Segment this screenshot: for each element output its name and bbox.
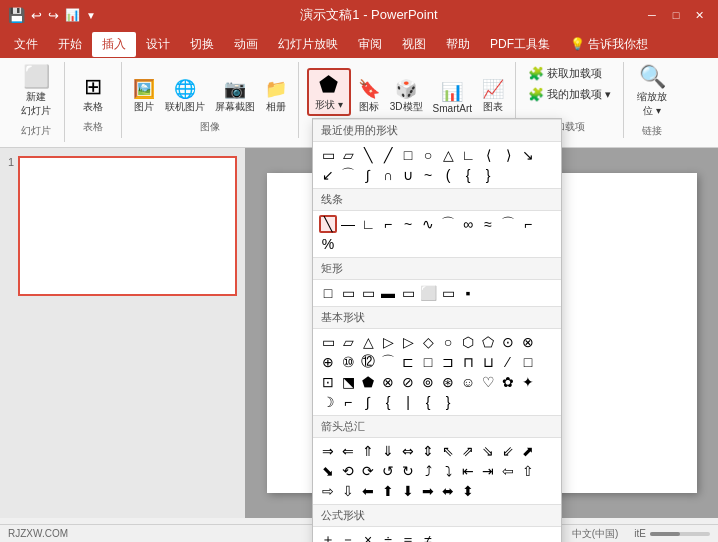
- redo-icon[interactable]: ↪: [48, 8, 59, 23]
- shape-r3[interactable]: ▭: [359, 284, 377, 302]
- shape-arrow-se[interactable]: ↘: [519, 146, 537, 164]
- shape-diag1[interactable]: ╲: [359, 146, 377, 164]
- arr3[interactable]: ⇑: [359, 442, 377, 460]
- menu-item-home[interactable]: 开始: [48, 32, 92, 57]
- bs25[interactable]: ⬟: [359, 373, 377, 391]
- bs6[interactable]: ◇: [419, 333, 437, 351]
- shape-r8[interactable]: ▪: [459, 284, 477, 302]
- fs3[interactable]: ×: [359, 531, 377, 542]
- shape-paren-l[interactable]: (: [439, 166, 457, 184]
- arr13[interactable]: ⟲: [339, 462, 357, 480]
- bs24[interactable]: ⬔: [339, 373, 357, 391]
- bs11[interactable]: ⊗: [519, 333, 537, 351]
- shape-r5[interactable]: ▭: [399, 284, 417, 302]
- icon-button[interactable]: 🔖 图标: [355, 76, 383, 116]
- shape-r7[interactable]: ▭: [439, 284, 457, 302]
- menu-item-slideshow[interactable]: 幻灯片放映: [268, 32, 348, 57]
- shape-line-wave1[interactable]: ~: [399, 215, 417, 233]
- arr19[interactable]: ⇤: [459, 462, 477, 480]
- arr22[interactable]: ⇧: [519, 462, 537, 480]
- arr12[interactable]: ⬊: [319, 462, 337, 480]
- minimize-btn[interactable]: ─: [642, 5, 662, 25]
- bs38[interactable]: |: [399, 393, 417, 411]
- shape-brace-l[interactable]: {: [459, 166, 477, 184]
- bs26[interactable]: ⊗: [379, 373, 397, 391]
- shape-tilde[interactable]: ~: [419, 166, 437, 184]
- table-button[interactable]: ⊞ 表格: [73, 74, 113, 116]
- arr27[interactable]: ⬇: [399, 482, 417, 500]
- shape-curve[interactable]: ⌒: [339, 166, 357, 184]
- shape-parallelogram[interactable]: ▱: [339, 146, 357, 164]
- bs29[interactable]: ⊛: [439, 373, 457, 391]
- slide-thumbnail[interactable]: [18, 156, 237, 296]
- shape-line-connector[interactable]: ⌒: [499, 215, 517, 233]
- bs7[interactable]: ○: [439, 333, 457, 351]
- shape-line-freeform[interactable]: ∞: [459, 215, 477, 233]
- bs36[interactable]: ∫: [359, 393, 377, 411]
- arr26[interactable]: ⬆: [379, 482, 397, 500]
- smartart-button[interactable]: 📊 SmartArt: [430, 79, 475, 116]
- arr9[interactable]: ⇘: [479, 442, 497, 460]
- album-button[interactable]: 📁 相册: [262, 76, 290, 116]
- fs1[interactable]: ＋: [319, 531, 337, 542]
- bs20[interactable]: ⊔: [479, 353, 497, 371]
- menu-item-review[interactable]: 审阅: [348, 32, 392, 57]
- bs3[interactable]: △: [359, 333, 377, 351]
- arr28[interactable]: ➡: [419, 482, 437, 500]
- online-picture-button[interactable]: 🌐 联机图片: [162, 76, 208, 116]
- bs18[interactable]: ⊐: [439, 353, 457, 371]
- new-slide-button[interactable]: ⬜ 新建幻灯片: [16, 64, 56, 120]
- bs30[interactable]: ☺: [459, 373, 477, 391]
- arr16[interactable]: ↻: [399, 462, 417, 480]
- bs17[interactable]: □: [419, 353, 437, 371]
- menu-item-insert[interactable]: 插入: [92, 32, 136, 57]
- menu-item-transition[interactable]: 切换: [180, 32, 224, 57]
- arr20[interactable]: ⇥: [479, 462, 497, 480]
- my-addons-button[interactable]: 🧩 我的加载项 ▾: [524, 85, 615, 104]
- shape-line-arc[interactable]: ⌒: [439, 215, 457, 233]
- bs1[interactable]: ▭: [319, 333, 337, 351]
- arr7[interactable]: ⇖: [439, 442, 457, 460]
- shape-line-corner2[interactable]: ⌐: [379, 215, 397, 233]
- shape-brace-r[interactable]: }: [479, 166, 497, 184]
- arr1[interactable]: ⇒: [319, 442, 337, 460]
- arr6[interactable]: ⇕: [419, 442, 437, 460]
- shape-line-elbow[interactable]: ⌐: [519, 215, 537, 233]
- menu-item-file[interactable]: 文件: [4, 32, 48, 57]
- shape-right-angle[interactable]: ∟: [459, 146, 477, 164]
- undo-icon[interactable]: ↩: [31, 8, 42, 23]
- arr5[interactable]: ⇔: [399, 442, 417, 460]
- shape-line-wave2[interactable]: ∿: [419, 215, 437, 233]
- bs33[interactable]: ✦: [519, 373, 537, 391]
- arr25[interactable]: ⬅: [359, 482, 377, 500]
- fs5[interactable]: ＝: [399, 531, 417, 542]
- arr2[interactable]: ⇐: [339, 442, 357, 460]
- shape-line-squiggle[interactable]: ≈: [479, 215, 497, 233]
- bs31[interactable]: ♡: [479, 373, 497, 391]
- shape-button[interactable]: ⬟ 形状 ▾: [307, 68, 351, 116]
- bs9[interactable]: ⬠: [479, 333, 497, 351]
- shape-rect[interactable]: ▭: [319, 146, 337, 164]
- bs23[interactable]: ⊡: [319, 373, 337, 391]
- shape-triangle[interactable]: △: [439, 146, 457, 164]
- menu-item-view[interactable]: 视图: [392, 32, 436, 57]
- arr18[interactable]: ⤵: [439, 462, 457, 480]
- zoom-button[interactable]: 🔍 缩放放位 ▾: [632, 64, 672, 120]
- shape-diag2[interactable]: ╱: [379, 146, 397, 164]
- menu-item-help[interactable]: 帮助: [436, 32, 480, 57]
- shape-angle-left[interactable]: ⟨: [479, 146, 497, 164]
- menu-item-tell[interactable]: 💡 告诉我你想: [560, 32, 658, 57]
- bs21[interactable]: ∕: [499, 353, 517, 371]
- shape-line-diag-selected[interactable]: ╲: [319, 215, 337, 233]
- bs4[interactable]: ▷: [379, 333, 397, 351]
- arr10[interactable]: ⇙: [499, 442, 517, 460]
- bs15[interactable]: ⌒: [379, 353, 397, 371]
- shape-angle-right[interactable]: ⟩: [499, 146, 517, 164]
- 3d-model-button[interactable]: 🎲 3D模型: [387, 76, 426, 116]
- save-icon[interactable]: 💾: [8, 7, 25, 23]
- menu-item-animation[interactable]: 动画: [224, 32, 268, 57]
- arr14[interactable]: ⟳: [359, 462, 377, 480]
- customize-icon[interactable]: 📊: [65, 8, 80, 22]
- shape-square[interactable]: □: [399, 146, 417, 164]
- bs19[interactable]: ⊓: [459, 353, 477, 371]
